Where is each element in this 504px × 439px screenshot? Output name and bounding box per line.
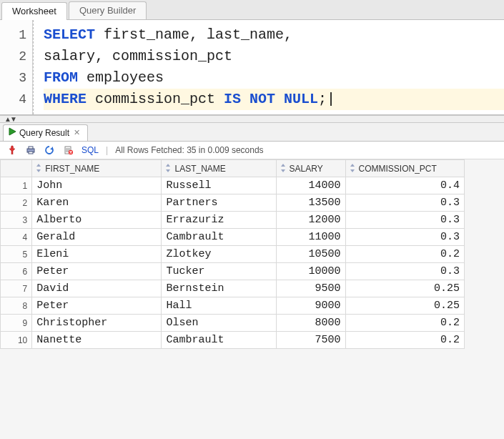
- table-row[interactable]: 3AlbertoErrazuriz120000.3: [1, 212, 465, 229]
- cell-commission_pct[interactable]: 0.3: [345, 212, 464, 229]
- cell-last_name[interactable]: Tucker: [162, 263, 276, 280]
- code-line[interactable]: FROM employees: [44, 67, 504, 89]
- cell-first_name[interactable]: David: [32, 280, 162, 297]
- cell-commission_pct[interactable]: 0.25: [345, 280, 464, 297]
- column-header-salary[interactable]: SALARY: [276, 160, 345, 177]
- cell-salary[interactable]: 12000: [276, 212, 345, 229]
- print-icon[interactable]: [24, 144, 37, 157]
- table-row[interactable]: 6PeterTucker100000.3: [1, 263, 465, 280]
- cell-first_name[interactable]: John: [32, 177, 162, 194]
- editor-gutter: 1234: [0, 20, 33, 114]
- row-number: 9: [1, 315, 32, 332]
- cell-last_name[interactable]: Olsen: [162, 315, 276, 332]
- result-tab-label: Query Result: [19, 128, 69, 138]
- svg-rect-3: [29, 152, 33, 154]
- cell-commission_pct[interactable]: 0.25: [345, 297, 464, 315]
- table-row[interactable]: 7DavidBernstein95000.25: [1, 280, 465, 297]
- toolbar-separator: |: [106, 145, 108, 155]
- cell-last_name[interactable]: Bernstein: [162, 280, 276, 297]
- table-row[interactable]: 8PeterHall90000.25: [1, 297, 465, 315]
- toolbar-icons: [6, 144, 74, 157]
- column-header-first_name[interactable]: FIRST_NAME: [32, 160, 162, 177]
- cell-salary[interactable]: 9500: [276, 280, 345, 297]
- cell-first_name[interactable]: Gerald: [32, 229, 162, 246]
- cell-last_name[interactable]: Zlotkey: [162, 246, 276, 263]
- cell-salary[interactable]: 9000: [276, 297, 345, 315]
- cell-commission_pct[interactable]: 0.4: [345, 177, 464, 194]
- cell-salary[interactable]: 13500: [276, 194, 345, 212]
- table-row[interactable]: 9ChristopherOlsen80000.2: [1, 315, 465, 332]
- cell-first_name[interactable]: Alberto: [32, 212, 162, 229]
- cell-first_name[interactable]: Peter: [32, 263, 162, 280]
- cell-last_name[interactable]: Errazuriz: [162, 212, 276, 229]
- close-icon[interactable]: ✕: [72, 128, 81, 137]
- sql-text: ;: [318, 91, 327, 107]
- cell-salary[interactable]: 11000: [276, 229, 345, 246]
- sql-keyword: IS NOT NULL: [224, 91, 318, 107]
- table-row[interactable]: 10NanetteCambrault75000.2: [1, 332, 465, 349]
- line-number: 1: [0, 24, 26, 46]
- cell-commission_pct[interactable]: 0.2: [345, 246, 464, 263]
- tab-query-builder[interactable]: Query Builder: [69, 1, 147, 19]
- cell-salary[interactable]: 10500: [276, 246, 345, 263]
- cell-last_name[interactable]: Hall: [162, 297, 276, 315]
- sort-icon: [349, 164, 356, 174]
- cell-first_name[interactable]: Eleni: [32, 246, 162, 263]
- cell-commission_pct[interactable]: 0.2: [345, 315, 464, 332]
- code-line[interactable]: WHERE commission_pct IS NOT NULL;|: [44, 89, 504, 110]
- cell-commission_pct[interactable]: 0.3: [345, 194, 464, 212]
- sql-text: salary, commission_pct: [44, 48, 232, 64]
- tab-query-result[interactable]: Query Result ✕: [3, 124, 88, 141]
- row-number: 7: [1, 280, 32, 297]
- sort-icon: [280, 164, 287, 174]
- table-row[interactable]: 1JohnRussell140000.4: [1, 177, 465, 194]
- table-row[interactable]: 5EleniZlotkey105000.2: [1, 246, 465, 263]
- cell-last_name[interactable]: Cambrault: [162, 332, 276, 349]
- horizontal-splitter[interactable]: ▲▼: [0, 115, 504, 123]
- row-number: 3: [1, 212, 32, 229]
- row-number: 10: [1, 332, 32, 349]
- column-header-last_name[interactable]: LAST_NAME: [162, 160, 276, 177]
- tab-worksheet[interactable]: Worksheet: [1, 2, 67, 20]
- editor-code-area[interactable]: SELECT first_name, last_name,salary, com…: [33, 20, 504, 114]
- sort-icon: [35, 164, 42, 174]
- cell-commission_pct[interactable]: 0.3: [345, 229, 464, 246]
- row-number: 8: [1, 297, 32, 315]
- sql-keyword: WHERE: [44, 91, 87, 107]
- text-cursor: |: [327, 91, 335, 107]
- cell-last_name[interactable]: Partners: [162, 194, 276, 212]
- cell-commission_pct[interactable]: 0.2: [345, 332, 464, 349]
- result-grid[interactable]: FIRST_NAMELAST_NAMESALARYCOMMISSION_PCT …: [0, 159, 465, 349]
- cell-last_name[interactable]: Russell: [162, 177, 276, 194]
- column-header-label: SALARY: [290, 164, 323, 174]
- cell-first_name[interactable]: Nanette: [32, 332, 162, 349]
- cell-first_name[interactable]: Christopher: [32, 315, 162, 332]
- cell-salary[interactable]: 8000: [276, 315, 345, 332]
- row-number: 6: [1, 263, 32, 280]
- refresh-icon[interactable]: [43, 144, 56, 157]
- line-number: 2: [0, 46, 26, 67]
- sql-link[interactable]: SQL: [81, 145, 99, 155]
- svg-marker-0: [9, 128, 16, 135]
- sql-text: commission_pct: [87, 91, 224, 107]
- row-number: 2: [1, 194, 32, 212]
- column-header-label: FIRST_NAME: [45, 164, 99, 174]
- cell-last_name[interactable]: Cambrault: [162, 229, 276, 246]
- sql-text: first_name, last_name,: [95, 26, 292, 43]
- table-row[interactable]: 2KarenPartners135000.3: [1, 194, 465, 212]
- cell-first_name[interactable]: Karen: [32, 194, 162, 212]
- cell-first_name[interactable]: Peter: [32, 297, 162, 315]
- table-row[interactable]: 4GeraldCambrault110000.3: [1, 229, 465, 246]
- line-number: 3: [0, 67, 26, 89]
- cell-commission_pct[interactable]: 0.3: [345, 263, 464, 280]
- code-line[interactable]: SELECT first_name, last_name,: [44, 24, 504, 46]
- code-line[interactable]: salary, commission_pct: [44, 46, 504, 67]
- sql-editor[interactable]: 1234 SELECT first_name, last_name,salary…: [0, 20, 504, 115]
- column-header-commission_pct[interactable]: COMMISSION_PCT: [345, 160, 464, 177]
- pin-icon[interactable]: [6, 144, 19, 157]
- delete-icon[interactable]: [61, 144, 74, 157]
- cell-salary[interactable]: 14000: [276, 177, 345, 194]
- rownum-header: [1, 160, 32, 177]
- cell-salary[interactable]: 7500: [276, 332, 345, 349]
- cell-salary[interactable]: 10000: [276, 263, 345, 280]
